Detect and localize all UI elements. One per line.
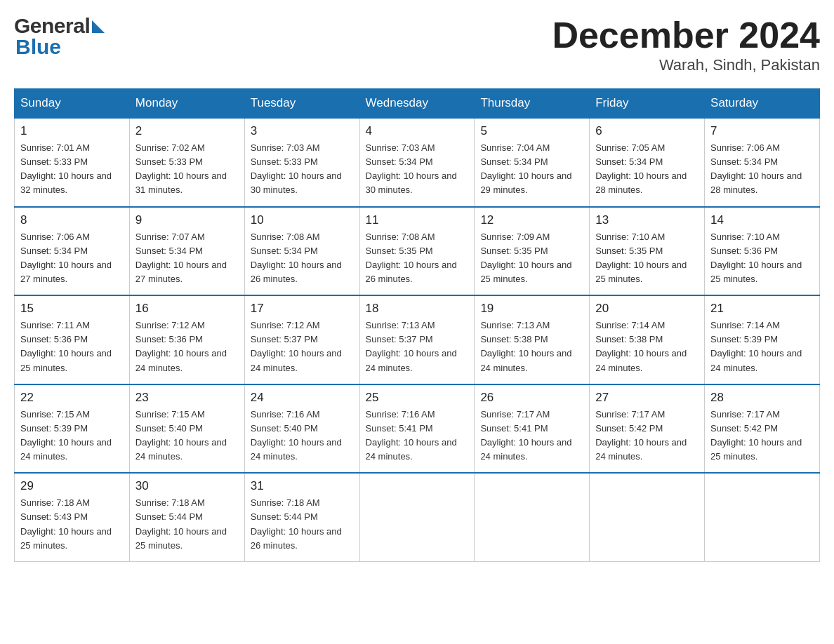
column-header-wednesday: Wednesday <box>359 89 475 119</box>
calendar-day-cell: 15Sunrise: 7:11 AMSunset: 5:36 PMDayligh… <box>15 295 130 384</box>
calendar-table: SundayMondayTuesdayWednesdayThursdayFrid… <box>14 88 820 562</box>
day-info: Sunrise: 7:03 AMSunset: 5:34 PMDaylight:… <box>366 141 469 198</box>
calendar-day-cell: 13Sunrise: 7:10 AMSunset: 5:35 PMDayligh… <box>590 207 705 296</box>
calendar-empty-cell <box>359 473 475 561</box>
day-number: 3 <box>251 124 354 138</box>
day-number: 15 <box>20 302 124 316</box>
calendar-week-row: 15Sunrise: 7:11 AMSunset: 5:36 PMDayligh… <box>15 295 820 384</box>
calendar-week-row: 29Sunrise: 7:18 AMSunset: 5:43 PMDayligh… <box>15 473 820 561</box>
calendar-day-cell: 10Sunrise: 7:08 AMSunset: 5:34 PMDayligh… <box>244 207 359 296</box>
day-info: Sunrise: 7:14 AMSunset: 5:38 PMDaylight:… <box>595 318 699 375</box>
day-number: 2 <box>135 124 239 138</box>
day-info: Sunrise: 7:14 AMSunset: 5:39 PMDaylight:… <box>710 318 814 375</box>
day-info: Sunrise: 7:18 AMSunset: 5:44 PMDaylight:… <box>135 496 239 553</box>
day-number: 9 <box>135 213 239 227</box>
calendar-empty-cell <box>705 473 820 561</box>
calendar-day-cell: 29Sunrise: 7:18 AMSunset: 5:43 PMDayligh… <box>15 473 130 561</box>
day-info: Sunrise: 7:03 AMSunset: 5:33 PMDaylight:… <box>251 141 354 198</box>
calendar-day-cell: 9Sunrise: 7:07 AMSunset: 5:34 PMDaylight… <box>129 207 244 296</box>
logo-general-text: General <box>14 14 90 38</box>
calendar-day-cell: 6Sunrise: 7:05 AMSunset: 5:34 PMDaylight… <box>590 118 705 207</box>
calendar-day-cell: 3Sunrise: 7:03 AMSunset: 5:33 PMDaylight… <box>244 118 359 207</box>
column-header-sunday: Sunday <box>15 89 130 119</box>
location-text: Warah, Sindh, Pakistan <box>552 56 820 74</box>
day-number: 4 <box>366 124 469 138</box>
calendar-day-cell: 21Sunrise: 7:14 AMSunset: 5:39 PMDayligh… <box>705 295 820 384</box>
day-number: 26 <box>480 391 583 405</box>
calendar-week-row: 1Sunrise: 7:01 AMSunset: 5:33 PMDaylight… <box>15 118 820 207</box>
calendar-day-cell: 28Sunrise: 7:17 AMSunset: 5:42 PMDayligh… <box>705 384 820 474</box>
day-info: Sunrise: 7:09 AMSunset: 5:35 PMDaylight:… <box>480 230 583 287</box>
logo-blue-text: Blue <box>15 35 61 59</box>
calendar-day-cell: 30Sunrise: 7:18 AMSunset: 5:44 PMDayligh… <box>129 473 244 561</box>
day-number: 13 <box>595 213 699 227</box>
calendar-day-cell: 2Sunrise: 7:02 AMSunset: 5:33 PMDaylight… <box>129 118 244 207</box>
day-number: 24 <box>251 391 354 405</box>
calendar-day-cell: 19Sunrise: 7:13 AMSunset: 5:38 PMDayligh… <box>475 295 590 384</box>
month-title: December 2024 <box>552 14 820 56</box>
day-info: Sunrise: 7:05 AMSunset: 5:34 PMDaylight:… <box>595 141 699 198</box>
day-number: 7 <box>710 124 814 138</box>
day-info: Sunrise: 7:08 AMSunset: 5:35 PMDaylight:… <box>366 230 469 287</box>
column-header-friday: Friday <box>590 89 705 119</box>
calendar-day-cell: 16Sunrise: 7:12 AMSunset: 5:36 PMDayligh… <box>129 295 244 384</box>
column-header-monday: Monday <box>129 89 244 119</box>
day-info: Sunrise: 7:07 AMSunset: 5:34 PMDaylight:… <box>135 230 239 287</box>
day-info: Sunrise: 7:08 AMSunset: 5:34 PMDaylight:… <box>251 230 354 287</box>
day-number: 1 <box>20 124 124 138</box>
day-info: Sunrise: 7:02 AMSunset: 5:33 PMDaylight:… <box>135 141 239 198</box>
day-info: Sunrise: 7:17 AMSunset: 5:42 PMDaylight:… <box>710 408 814 464</box>
calendar-day-cell: 26Sunrise: 7:17 AMSunset: 5:41 PMDayligh… <box>475 384 590 474</box>
day-info: Sunrise: 7:06 AMSunset: 5:34 PMDaylight:… <box>710 141 814 198</box>
calendar-header-row: SundayMondayTuesdayWednesdayThursdayFrid… <box>15 89 820 119</box>
calendar-day-cell: 27Sunrise: 7:17 AMSunset: 5:42 PMDayligh… <box>590 384 705 474</box>
day-info: Sunrise: 7:16 AMSunset: 5:40 PMDaylight:… <box>251 408 354 464</box>
day-info: Sunrise: 7:12 AMSunset: 5:36 PMDaylight:… <box>135 318 239 375</box>
column-header-saturday: Saturday <box>705 89 820 119</box>
day-number: 8 <box>20 213 124 227</box>
day-number: 31 <box>251 479 354 493</box>
day-info: Sunrise: 7:13 AMSunset: 5:38 PMDaylight:… <box>480 318 583 375</box>
calendar-week-row: 8Sunrise: 7:06 AMSunset: 5:34 PMDaylight… <box>15 207 820 296</box>
day-info: Sunrise: 7:06 AMSunset: 5:34 PMDaylight:… <box>20 230 124 287</box>
day-number: 18 <box>366 302 469 316</box>
day-info: Sunrise: 7:04 AMSunset: 5:34 PMDaylight:… <box>480 141 583 198</box>
day-info: Sunrise: 7:10 AMSunset: 5:36 PMDaylight:… <box>710 230 814 287</box>
day-number: 11 <box>366 213 469 227</box>
day-info: Sunrise: 7:16 AMSunset: 5:41 PMDaylight:… <box>366 408 469 464</box>
day-number: 19 <box>480 302 583 316</box>
calendar-day-cell: 7Sunrise: 7:06 AMSunset: 5:34 PMDaylight… <box>705 118 820 207</box>
day-info: Sunrise: 7:11 AMSunset: 5:36 PMDaylight:… <box>20 318 124 375</box>
calendar-day-cell: 5Sunrise: 7:04 AMSunset: 5:34 PMDaylight… <box>475 118 590 207</box>
day-number: 30 <box>135 479 239 493</box>
calendar-empty-cell <box>475 473 590 561</box>
column-header-thursday: Thursday <box>475 89 590 119</box>
day-info: Sunrise: 7:17 AMSunset: 5:41 PMDaylight:… <box>480 408 583 464</box>
day-number: 17 <box>251 302 354 316</box>
day-number: 25 <box>366 391 469 405</box>
calendar-day-cell: 14Sunrise: 7:10 AMSunset: 5:36 PMDayligh… <box>705 207 820 296</box>
calendar-day-cell: 12Sunrise: 7:09 AMSunset: 5:35 PMDayligh… <box>475 207 590 296</box>
calendar-week-row: 22Sunrise: 7:15 AMSunset: 5:39 PMDayligh… <box>15 384 820 474</box>
calendar-day-cell: 24Sunrise: 7:16 AMSunset: 5:40 PMDayligh… <box>244 384 359 474</box>
day-number: 23 <box>135 391 239 405</box>
day-info: Sunrise: 7:13 AMSunset: 5:37 PMDaylight:… <box>366 318 469 375</box>
calendar-day-cell: 31Sunrise: 7:18 AMSunset: 5:44 PMDayligh… <box>244 473 359 561</box>
title-block: December 2024 Warah, Sindh, Pakistan <box>552 14 820 74</box>
day-info: Sunrise: 7:15 AMSunset: 5:40 PMDaylight:… <box>135 408 239 464</box>
calendar-day-cell: 20Sunrise: 7:14 AMSunset: 5:38 PMDayligh… <box>590 295 705 384</box>
page-header: General Blue December 2024 Warah, Sindh,… <box>14 14 820 74</box>
day-number: 27 <box>595 391 699 405</box>
day-info: Sunrise: 7:10 AMSunset: 5:35 PMDaylight:… <box>595 230 699 287</box>
day-number: 22 <box>20 391 124 405</box>
calendar-day-cell: 1Sunrise: 7:01 AMSunset: 5:33 PMDaylight… <box>15 118 130 207</box>
day-info: Sunrise: 7:01 AMSunset: 5:33 PMDaylight:… <box>20 141 124 198</box>
day-info: Sunrise: 7:18 AMSunset: 5:44 PMDaylight:… <box>251 496 354 553</box>
column-header-tuesday: Tuesday <box>244 89 359 119</box>
day-number: 28 <box>710 391 814 405</box>
day-number: 14 <box>710 213 814 227</box>
calendar-day-cell: 23Sunrise: 7:15 AMSunset: 5:40 PMDayligh… <box>129 384 244 474</box>
calendar-day-cell: 17Sunrise: 7:12 AMSunset: 5:37 PMDayligh… <box>244 295 359 384</box>
day-number: 20 <box>595 302 699 316</box>
day-number: 29 <box>20 479 124 493</box>
